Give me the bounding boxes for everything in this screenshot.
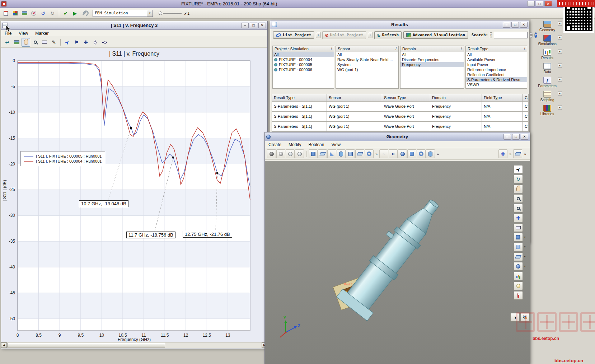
zoom-window-tool[interactable] <box>514 194 523 203</box>
orientation-button[interactable] <box>514 252 523 261</box>
close-button[interactable]: ✕ <box>544 1 552 6</box>
menu-view[interactable]: View <box>15 30 32 37</box>
column-header[interactable]: C <box>523 94 529 102</box>
back-view-button[interactable]: ↩ <box>3 38 11 47</box>
dock-item-results[interactable]: ▾ Results <box>532 48 563 61</box>
select-tool-button[interactable]: ➤ <box>63 38 71 47</box>
export-image-button[interactable] <box>12 38 21 47</box>
select-body-tool[interactable] <box>267 149 276 158</box>
marker-label[interactable]: 12.75 GHz, -21.76 dB <box>183 231 232 238</box>
filter-item[interactable]: Frequency <box>400 62 464 67</box>
geometry-maximize-button[interactable]: □ <box>512 134 520 140</box>
filter-item[interactable]: WG (port 1) <box>336 67 398 72</box>
project-tree-icon[interactable] <box>1 9 10 18</box>
pan-arrows-tool[interactable]: ✚ <box>514 214 523 222</box>
slider-handle[interactable] <box>159 11 162 15</box>
display-mode-button[interactable] <box>514 262 523 271</box>
post-processing-button[interactable] <box>80 9 89 18</box>
geometry-scene[interactable]: Port 1 Y Z <box>265 161 530 364</box>
transform-overflow-chevron[interactable]: » <box>508 149 513 158</box>
help-icon[interactable]: ? <box>534 32 537 38</box>
select-face-tool[interactable] <box>276 149 285 158</box>
chamfer-tool[interactable] <box>355 149 364 158</box>
dock-popout-data[interactable]: ▾ <box>558 64 562 68</box>
delete-button[interactable]: ✕ <box>29 9 38 18</box>
main-titlebar[interactable]: FIXTURE* - EMPro 2015.01 - 290.Shp (64-b… <box>0 0 595 8</box>
light-button[interactable] <box>514 281 523 290</box>
view-preset-dropdown[interactable]: ▾ <box>523 236 527 239</box>
geometry-close-button[interactable]: ✕ <box>521 134 528 140</box>
zoom-extents-tool[interactable] <box>514 223 523 232</box>
pan-view-tool[interactable] <box>514 185 523 193</box>
table-row[interactable]: S-Parameters - S[1,1] WG (port 1) Wave G… <box>272 112 529 122</box>
dock-popout-scripting[interactable]: ▾ <box>558 92 562 96</box>
menu-marker[interactable]: Marker <box>32 30 52 37</box>
workplane-tool[interactable] <box>513 149 522 158</box>
filter-item[interactable]: VSWR <box>466 82 527 87</box>
refresh-button[interactable]: ↻Refresh <box>374 31 402 39</box>
filter-item[interactable]: All <box>336 52 398 57</box>
shell-tool[interactable] <box>337 149 346 158</box>
percent-button[interactable]: % <box>520 313 530 322</box>
combo-dropdown-icon[interactable]: ▾ <box>147 10 153 17</box>
search-input[interactable] <box>494 32 528 38</box>
clear-search-icon[interactable]: ⊗ <box>529 32 533 38</box>
rotate-view-tool[interactable]: ↻ <box>514 175 523 183</box>
dock-item-scripting[interactable]: ▾ Scripting <box>532 90 563 103</box>
geometry-viewport[interactable]: Port 1 Y Z ➤ ↻ ✚ <box>265 161 530 364</box>
s11-chart[interactable]: 88.599.51010.51111.51212.5130-5-10-15-20… <box>1 56 267 340</box>
table-row[interactable]: S-Parameters - S[1,1] WG (port 1) Wave G… <box>272 122 529 132</box>
add-marker-button[interactable]: ⚑ <box>72 38 81 47</box>
select-vertex-tool[interactable] <box>295 149 304 158</box>
shading-mode-button[interactable] <box>514 243 523 251</box>
cylinder-primitive-tool[interactable] <box>426 149 435 158</box>
dock-item-data[interactable]: ▾ Data <box>532 62 563 75</box>
filter-item[interactable]: Input Power <box>466 62 527 67</box>
filter-item[interactable]: FIXTURE : 000004 <box>273 57 334 62</box>
advanced-visualization-button[interactable]: Advanced Visualization <box>403 31 468 39</box>
filter-item[interactable]: All <box>466 52 527 57</box>
column-header[interactable]: Sensor <box>327 94 382 102</box>
torus-primitive-tool[interactable] <box>417 149 426 158</box>
box-primitive-tool[interactable] <box>407 149 416 158</box>
sort-indicator[interactable]: / <box>331 47 332 51</box>
readout-tool-button[interactable] <box>40 38 49 47</box>
list-project-dropdown[interactable]: ▾ <box>316 32 320 38</box>
shading-mode-dropdown[interactable]: ▾ <box>523 246 527 248</box>
orientation-dropdown[interactable]: ▾ <box>523 255 527 258</box>
dock-popout-results[interactable]: ▾ <box>558 50 562 54</box>
geometry-window-titlebar[interactable]: Geometry – □ ✕ <box>265 132 530 141</box>
blend-tool[interactable] <box>346 149 355 158</box>
column-header[interactable]: Result Type <box>272 94 327 102</box>
scroll-left-icon[interactable]: ◀ <box>1 342 7 348</box>
results-close-button[interactable]: ✕ <box>520 22 528 28</box>
marker-label[interactable]: 10.7 GHz, -13.048 dB <box>79 200 128 207</box>
results-minimize-button[interactable]: – <box>503 22 510 28</box>
display-mode-dropdown[interactable]: ▾ <box>523 265 527 268</box>
results-window-titlebar[interactable]: Results – □ ✕ <box>270 20 529 29</box>
filter-item[interactable]: FIXTURE : 000005 <box>273 62 334 67</box>
viewport-select-tool[interactable]: ➤ <box>514 165 523 174</box>
create-overflow-chevron[interactable]: » <box>435 149 440 158</box>
menu-create[interactable]: Create <box>265 141 285 148</box>
menu-view[interactable]: View <box>328 141 344 148</box>
thermal-button[interactable] <box>514 291 523 300</box>
redo-button[interactable]: ↻ <box>48 9 57 18</box>
plot-display-button[interactable] <box>514 272 523 280</box>
results-maximize-button[interactable]: □ <box>511 22 519 28</box>
plot-horizontal-scrollbar[interactable]: ◀ ▶ <box>1 342 267 348</box>
dock-item-geometry[interactable]: ▾ Geometry <box>532 20 563 33</box>
maximize-button[interactable]: □ <box>536 1 543 6</box>
view-preset-button[interactable] <box>514 233 523 242</box>
filter-item[interactable]: Discrete Frequencies <box>400 57 464 62</box>
modify-overflow-chevron[interactable]: » <box>374 149 379 158</box>
geometry-minimize-button[interactable]: – <box>503 134 511 140</box>
column-header[interactable]: Sensor Type <box>382 94 430 102</box>
dock-popout-geometry[interactable]: ▾ <box>558 22 562 26</box>
marker-label[interactable]: 11.7 GHz, -18.756 dB <box>126 232 175 238</box>
dock-popout-parameters[interactable]: ▾ <box>558 78 562 82</box>
search-scope-dropdown[interactable]: ▾ <box>490 32 492 38</box>
plot-close-button[interactable]: ✕ <box>258 23 266 28</box>
minimize-button[interactable]: – <box>527 1 535 6</box>
dock-popout-simulations[interactable]: ▾ <box>558 36 562 40</box>
